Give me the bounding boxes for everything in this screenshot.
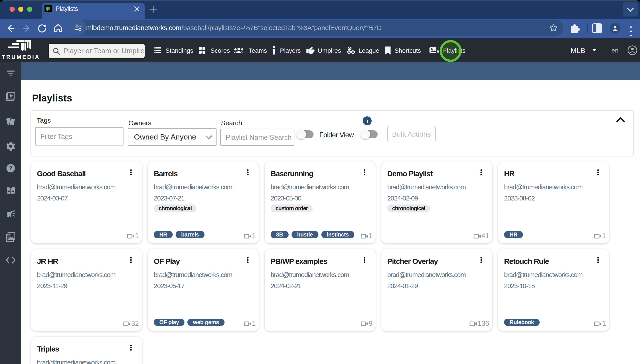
svg-text:?: ? <box>9 165 12 172</box>
